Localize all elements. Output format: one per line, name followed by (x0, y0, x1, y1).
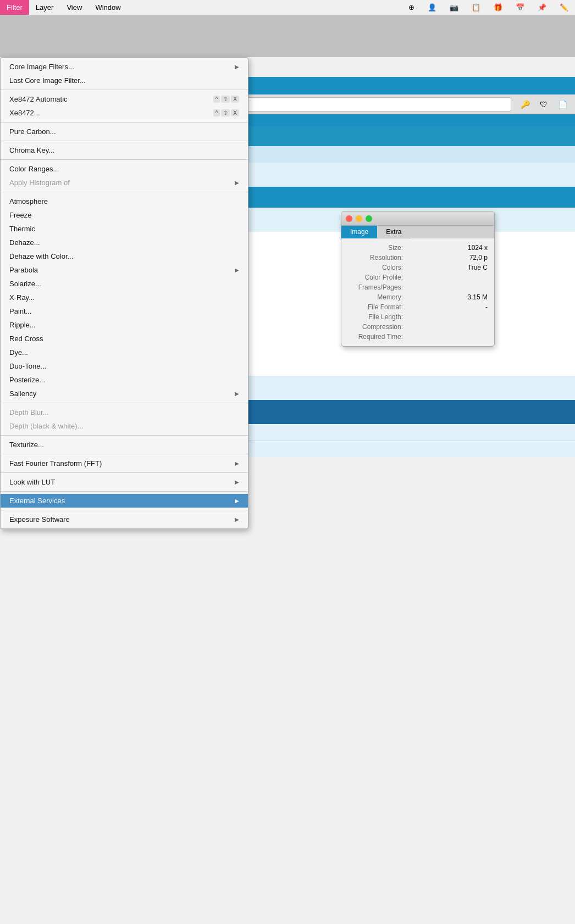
panel-row-colors: Colors: True C (348, 263, 488, 272)
posterize-label: Posterize... (9, 376, 45, 384)
format-label: File Format: (348, 303, 403, 311)
toolbar-icon-calendar[interactable]: 📅 (509, 0, 531, 15)
menu-pure-carbon[interactable]: Pure Carbon... (1, 125, 248, 138)
menu-xe8472-auto[interactable]: Xe8472 Automatic ^ ⇧ X (1, 92, 248, 106)
toolbar-icon-camera[interactable]: 📷 (443, 0, 465, 15)
dehaze-color-label: Dehaze with Color... (9, 252, 73, 260)
menu-filter[interactable]: Filter (0, 0, 29, 15)
menu-fft[interactable]: Fast Fourier Transform (FFT) ▶ (1, 457, 248, 470)
menu-core-image-filters[interactable]: Core Image Filters... ▶ (1, 60, 248, 74)
close-window-button[interactable] (346, 215, 352, 222)
sep-8 (1, 454, 248, 454)
solarize-label: Solarize... (9, 280, 41, 288)
menu-window[interactable]: Window (89, 0, 127, 15)
menu-red-cross[interactable]: Red Cross (1, 332, 248, 346)
texturize-label: Texturize... (9, 441, 44, 449)
menu-look-lut[interactable]: Look with LUT ▶ (1, 475, 248, 489)
shift-shortcut: ⇧ (221, 96, 230, 103)
menu-dehaze-color[interactable]: Dehaze with Color... (1, 249, 248, 263)
core-image-filters-label: Core Image Filters... (9, 63, 74, 71)
menu-depth-bw: Depth (black & white)... (1, 419, 248, 433)
panel-row-memory: Memory: 3.15 M (348, 292, 488, 302)
thermic-label: Thermic (9, 225, 35, 233)
minimize-window-button[interactable] (356, 215, 362, 222)
image-panel-titlebar (341, 211, 494, 226)
sep-6 (1, 403, 248, 403)
look-lut-label: Look with LUT (9, 478, 55, 486)
freeze-label: Freeze (9, 211, 31, 219)
menu-dehaze[interactable]: Dehaze... (1, 236, 248, 249)
menu-chroma-key[interactable]: Chroma Key... (1, 143, 248, 157)
menu-freeze[interactable]: Freeze (1, 208, 248, 222)
exposure-software-arrow: ▶ (235, 516, 239, 522)
menu-color-ranges[interactable]: Color Ranges... (1, 162, 248, 176)
format-value: - (485, 303, 488, 311)
exposure-software-label: Exposure Software (9, 515, 70, 524)
panel-row-filelength: File Length: (348, 312, 488, 322)
menu-ripple[interactable]: Ripple... (1, 318, 248, 332)
sep-7 (1, 435, 248, 436)
maximize-window-button[interactable] (366, 215, 372, 222)
memory-value: 3.15 M (467, 293, 488, 301)
panel-row-size: Size: 1024 x (348, 243, 488, 253)
toolbar-icon-pin[interactable]: 📌 (531, 0, 553, 15)
menu-view[interactable]: View (60, 0, 89, 15)
menu-texturize[interactable]: Texturize... (1, 438, 248, 452)
menu-xray[interactable]: X-Ray... (1, 291, 248, 304)
compression-label: Compression: (348, 323, 403, 331)
saliency-arrow: ▶ (235, 391, 239, 397)
pure-carbon-label: Pure Carbon... (9, 127, 56, 136)
menu-duo-tone[interactable]: Duo-Tone... (1, 359, 248, 373)
image-panel: Image Extra Size: 1024 x Resolution: 72,… (341, 211, 495, 347)
resolution-label: Resolution: (348, 254, 403, 261)
doc-icon[interactable]: 📄 (554, 97, 571, 112)
toolbar-icon-edit[interactable]: ✏️ (553, 0, 575, 15)
menu-paint[interactable]: Paint... (1, 304, 248, 318)
dye-label: Dye... (9, 348, 28, 357)
key-icon[interactable]: 🔑 (517, 97, 533, 112)
xe8472-auto-label: Xe8472 Automatic (9, 95, 68, 103)
ripple-label: Ripple... (9, 321, 36, 329)
toolbar-icon-box[interactable]: 🎁 (487, 0, 509, 15)
xe8472-auto-shortcut: ^ ⇧ X (213, 96, 239, 103)
shift2-shortcut: ⇧ (221, 109, 230, 116)
lut-arrow: ▶ (235, 479, 239, 485)
parabola-label: Parabola (9, 266, 38, 274)
panel-row-resolution: Resolution: 72,0 p (348, 253, 488, 263)
panel-row-format: File Format: - (348, 302, 488, 312)
panel-tab-bar: Image Extra (341, 226, 494, 238)
size-label: Size: (348, 244, 403, 252)
depth-blur-label: Depth Blur... (9, 408, 49, 416)
tab-image[interactable]: Image (341, 226, 377, 238)
panel-row-reqtime: Required Time: (348, 332, 488, 342)
panel-rows: Size: 1024 x Resolution: 72,0 p Colors: … (341, 238, 494, 346)
sep-5 (1, 192, 248, 192)
content-area: ◀▶ https://forum.lemkesoft.de/... 🔑 🛡 📄 … (0, 57, 575, 924)
menu-layer[interactable]: Layer (29, 0, 60, 15)
sep-3 (1, 141, 248, 141)
colorprofile-label: Color Profile: (348, 274, 403, 281)
toolbar-icon-user[interactable]: 👤 (421, 0, 443, 15)
menu-xe8472[interactable]: Xe8472... ^ ⇧ X (1, 106, 248, 120)
menu-parabola[interactable]: Parabola ▶ (1, 263, 248, 277)
sep-9 (1, 472, 248, 473)
menu-external-services[interactable]: External Services ▶ (1, 494, 248, 508)
menu-thermic[interactable]: Thermic (1, 222, 248, 236)
menu-dye[interactable]: Dye... (1, 346, 248, 359)
menu-saliency[interactable]: Saliency ▶ (1, 387, 248, 400)
filelength-label: File Length: (348, 313, 403, 321)
toolbar-icon-target[interactable]: ⊕ (402, 0, 421, 15)
menu-exposure-software[interactable]: Exposure Software ▶ (1, 513, 248, 526)
menu-atmosphere[interactable]: Atmosphere (1, 194, 248, 208)
toolbar-icon-clipboard[interactable]: 📋 (465, 0, 487, 15)
size-value: 1024 x (468, 244, 488, 252)
colors-value: True C (468, 264, 488, 271)
tab-extra[interactable]: Extra (377, 226, 410, 238)
external-services-label: External Services (9, 497, 65, 505)
menu-solarize[interactable]: Solarize... (1, 277, 248, 291)
duo-tone-label: Duo-Tone... (9, 362, 46, 370)
menu-last-core-filter[interactable]: Last Core Image Filter... (1, 74, 248, 87)
sep-2 (1, 122, 248, 123)
shield-icon[interactable]: 🛡 (535, 97, 552, 112)
menu-posterize[interactable]: Posterize... (1, 373, 248, 387)
